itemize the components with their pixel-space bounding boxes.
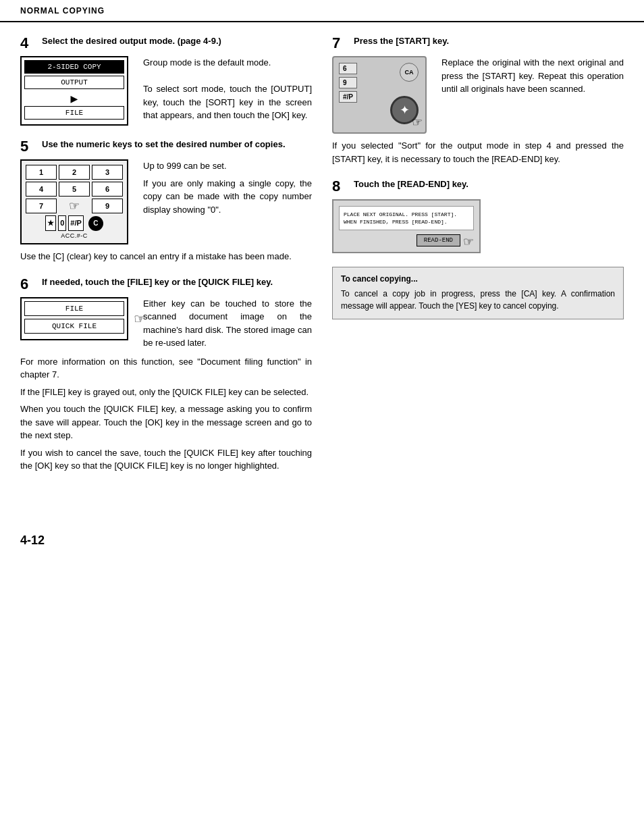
header-title: NORMAL COPYING <box>20 6 105 16</box>
step-4-title: Select the desired output mode. (page 4-… <box>42 36 221 47</box>
step-5-text2: If you are only making a single copy, th… <box>143 177 312 217</box>
step-5-text: Up to 999 can be set. If you are only ma… <box>143 159 312 244</box>
step-7-body: CA 6 9 #/P ✦ ☞ <box>332 56 624 134</box>
key-2[interactable]: 2 <box>59 165 90 180</box>
acc-label: ACC.#-C <box>26 232 123 239</box>
step-4-text1: Group mode is the default mode. <box>143 56 312 70</box>
step-4-header: 4 Select the desired output mode. (page … <box>20 36 312 51</box>
hand-pointer-8: ☞ <box>463 234 474 249</box>
screen-row-output: OUTPUT <box>24 76 124 89</box>
page-number: 4-12 <box>0 527 644 554</box>
cancel-copy-box: To cancel copying... To cancel a copy jo… <box>332 267 624 319</box>
read-end-button[interactable]: READ-END <box>417 234 460 246</box>
numeric-keypad: 1 2 3 4 5 6 7 ☞ 9 <box>20 159 128 244</box>
key-1[interactable]: 1 <box>26 165 57 180</box>
file-quick-file-screen: FILE QUICK FILE <box>20 297 128 340</box>
output-mode-screen: 2-SIDED COPY OUTPUT ▶ FILE <box>20 56 128 126</box>
read-end-text2: WHEN FINISHED, PRESS [READ-END]. <box>344 219 448 225</box>
key-5[interactable]: 5 <box>59 182 90 197</box>
right-column: 7 Press the [START] key. CA 6 9 <box>332 36 624 486</box>
step-8-header: 8 Touch the [READ-END] key. <box>332 179 624 194</box>
step-5-number: 5 <box>20 139 39 154</box>
key-7[interactable]: 7 <box>26 199 57 213</box>
step-6-note3: When you touch the [QUICK FILE] key, a m… <box>20 402 312 442</box>
key-9-dev: 9 <box>339 77 357 88</box>
page: NORMAL COPYING 4 Select the desired outp… <box>0 0 644 834</box>
left-keys: 6 9 #/P <box>339 63 357 103</box>
key-star[interactable]: ★ <box>45 215 56 231</box>
read-end-text1: PLACE NEXT ORIGINAL. PRESS [START]. <box>344 211 457 217</box>
step-6-number: 6 <box>20 277 39 292</box>
step-6-note4: If you wish to cancel the save, touch th… <box>20 446 312 473</box>
step-6-screen-container: FILE QUICK FILE ☞ <box>20 297 135 350</box>
step-6-note1: For more information on this function, s… <box>20 355 312 382</box>
step-8: 8 Touch the [READ-END] key. PLACE NEXT O… <box>332 179 624 253</box>
read-end-btn-row: READ-END ☞ <box>339 234 474 246</box>
key-hash[interactable]: #/P <box>68 215 84 231</box>
main-content: 4 Select the desired output mode. (page … <box>0 22 644 506</box>
step-6-title: If needed, touch the [FILE] key or the [… <box>42 277 273 288</box>
file-key[interactable]: FILE <box>24 301 124 316</box>
step-6-note2: If the [FILE] key is grayed out, only th… <box>20 386 312 399</box>
cancel-box-text: To cancel a copy job in progress, press … <box>341 288 615 312</box>
step-6-text: Either key can be touched to store the s… <box>143 297 312 350</box>
page-header: NORMAL COPYING <box>0 0 644 22</box>
step-6-text1: Either key can be touched to store the s… <box>143 297 312 350</box>
key-clear[interactable]: C <box>88 216 103 231</box>
step-4: 4 Select the desired output mode. (page … <box>20 36 312 126</box>
read-end-text-box: PLACE NEXT ORIGINAL. PRESS [START]. WHEN… <box>339 206 474 230</box>
step-7-header: 7 Press the [START] key. <box>332 36 624 51</box>
step-6: 6 If needed, touch the [FILE] key or the… <box>20 277 312 473</box>
step-7: 7 Press the [START] key. CA 6 9 <box>332 36 624 165</box>
step-8-title: Touch the [READ-END] key. <box>354 179 468 190</box>
step-7-note: If you selected "Sort" for the output mo… <box>332 139 624 165</box>
clear-key-container: C <box>88 215 103 231</box>
screen-row-2sided: 2-SIDED COPY <box>24 60 124 74</box>
key-9[interactable]: 9 <box>92 199 123 213</box>
cancel-box-title: To cancel copying... <box>341 274 615 284</box>
hand-pointer-5: ☞ <box>59 199 90 213</box>
step-5-body: 1 2 3 4 5 6 7 ☞ 9 <box>20 159 312 244</box>
key-6[interactable]: 6 <box>92 182 123 197</box>
step-7-title: Press the [START] key. <box>354 36 449 47</box>
step-7-text1: Replace the original with the next origi… <box>441 56 624 96</box>
step-7-number: 7 <box>332 36 351 51</box>
step-8-number: 8 <box>332 179 351 194</box>
step-5-text1: Up to 999 can be set. <box>143 159 312 173</box>
step-6-header: 6 If needed, touch the [FILE] key or the… <box>20 277 312 292</box>
step-4-screen-container: 2-SIDED COPY OUTPUT ▶ FILE <box>20 56 135 126</box>
hand-pointer-6: ☞ <box>134 311 146 327</box>
key-3[interactable]: 3 <box>92 165 123 180</box>
device-panel: CA 6 9 #/P ✦ ☞ <box>332 56 427 134</box>
step-5-header: 5 Use the numeric keys to set the desire… <box>20 139 312 154</box>
key-hash-dev: #/P <box>339 91 357 103</box>
step-4-body: 2-SIDED COPY OUTPUT ▶ FILE Group mode is… <box>20 56 312 126</box>
step-5-title: Use the numeric keys to set the desired … <box>42 139 286 151</box>
quick-file-key[interactable]: QUICK FILE <box>24 319 124 334</box>
key-4[interactable]: 4 <box>26 182 57 197</box>
ca-key: CA <box>400 63 419 82</box>
step-4-text: Group mode is the default mode. To selec… <box>143 56 312 126</box>
key-0[interactable]: 0 <box>58 215 66 231</box>
step-8-body: PLACE NEXT ORIGINAL. PRESS [START]. WHEN… <box>332 199 624 253</box>
left-column: 4 Select the desired output mode. (page … <box>20 36 312 486</box>
step-5: 5 Use the numeric keys to set the desire… <box>20 139 312 263</box>
step-7-text: Replace the original with the next origi… <box>441 56 624 134</box>
step-6-body: FILE QUICK FILE ☞ Either key can be touc… <box>20 297 312 350</box>
read-end-screen: PLACE NEXT ORIGINAL. PRESS [START]. WHEN… <box>332 199 481 253</box>
screen-row-file: FILE <box>24 106 124 120</box>
step-5-keypad-container: 1 2 3 4 5 6 7 ☞ 9 <box>20 159 135 244</box>
keypad-bottom-row: ★ 0 #/P C <box>26 215 123 231</box>
key-6: 6 <box>339 63 357 74</box>
step-4-number: 4 <box>20 36 39 51</box>
pointer-arrow-4: ▶ <box>27 91 122 106</box>
step-5-note: Use the [C] (clear) key to cancel an ent… <box>20 250 312 263</box>
step-7-device: CA 6 9 #/P ✦ ☞ <box>332 56 433 134</box>
keypad-grid: 1 2 3 4 5 6 7 ☞ 9 <box>26 165 123 213</box>
step-4-text2: To select sort mode, touch the [OUTPUT] … <box>143 82 312 122</box>
hand-pointer-7: ☞ <box>412 115 423 130</box>
